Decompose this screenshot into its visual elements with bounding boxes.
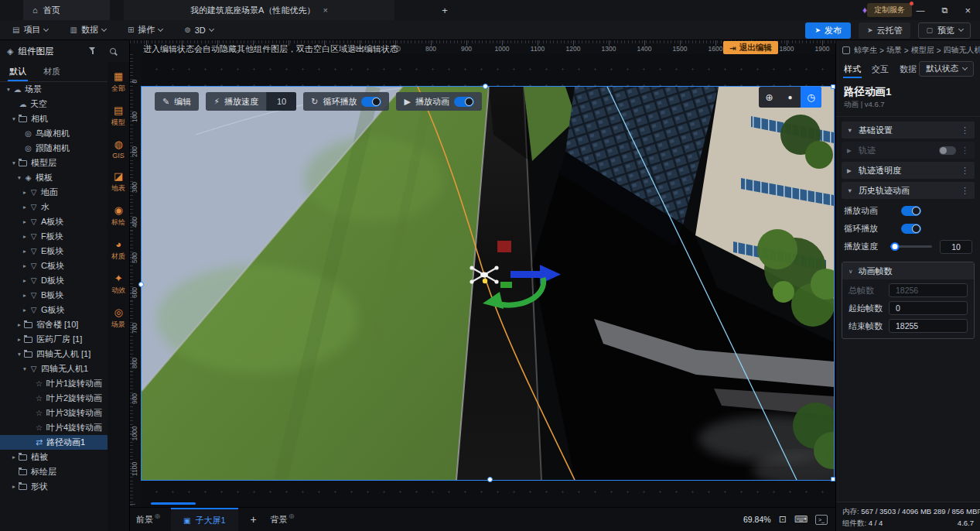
- foreground-label[interactable]: 前景 ◎: [136, 514, 160, 526]
- play-speed-input[interactable]: 10: [266, 92, 296, 111]
- tree-item-17[interactable]: ▸医药厂房 [1]: [0, 332, 108, 347]
- menu-item-1[interactable]: ▥数据: [70, 24, 105, 36]
- minimize-icon[interactable]: —: [917, 5, 925, 15]
- breadcrumb-segment[interactable]: 场景: [886, 45, 902, 56]
- category-材质[interactable]: ◕材质: [111, 239, 125, 262]
- tree-expander-icon[interactable]: ▾: [10, 159, 18, 166]
- start-frame-input[interactable]: 0: [889, 301, 968, 315]
- section-history-track-anim[interactable]: ▼ 历史轨迹动画 ⋮: [842, 182, 975, 199]
- state-selector[interactable]: 默认状态: [919, 61, 974, 77]
- menu-item-2[interactable]: ⊞操作: [128, 24, 162, 36]
- tree-item-0[interactable]: ▾☁场景: [0, 82, 108, 97]
- tree-item-6[interactable]: ▾◈模板: [0, 170, 108, 185]
- selection-handle-left[interactable]: [138, 282, 144, 287]
- layer-tab-0[interactable]: 默认: [9, 62, 26, 81]
- tree-item-15[interactable]: ▸▽G板块: [0, 303, 108, 317]
- tree-expander-icon[interactable]: ▸: [21, 204, 29, 211]
- frame-count-header[interactable]: ∨ 动画帧数: [842, 262, 974, 279]
- publish-button[interactable]: ➤ 发布: [805, 22, 851, 39]
- menu-item-0[interactable]: ▤项目: [12, 24, 48, 36]
- tree-expander-icon[interactable]: ▸: [21, 307, 29, 313]
- fit-screen-icon[interactable]: ⊡: [779, 514, 787, 525]
- category-全部[interactable]: ▦全部: [111, 71, 125, 94]
- tree-item-5[interactable]: ▾模型层: [0, 156, 108, 170]
- tree-item-13[interactable]: ▸▽D板块: [0, 273, 108, 288]
- add-screen-button[interactable]: +: [248, 513, 260, 526]
- section-track-opacity[interactable]: ▶ 轨迹透明度 ⋮: [842, 162, 975, 179]
- tab-scene[interactable]: 我的建筑底座场景A（性能优先） ×: [124, 0, 394, 20]
- tree-item-21[interactable]: ☆叶片2旋转动画: [0, 391, 108, 406]
- exit-edit-button[interactable]: ⇥ 退出编辑: [723, 41, 778, 54]
- selection-handle-bottom[interactable]: [487, 477, 493, 482]
- tree-expander-icon[interactable]: ▸: [15, 321, 23, 328]
- loop-play-toggle[interactable]: [361, 97, 381, 107]
- selection-handle-top[interactable]: [483, 84, 488, 89]
- custom-service-badge[interactable]: 定制服务: [867, 3, 912, 17]
- tree-item-11[interactable]: ▸▽E板块: [0, 244, 108, 259]
- loop-play-toggle[interactable]: [901, 224, 921, 234]
- section-basic-settings[interactable]: ▼ 基础设置 ⋮: [842, 122, 975, 139]
- selection-handle-top-right[interactable]: [831, 84, 835, 89]
- end-frame-input[interactable]: 18255: [889, 319, 968, 333]
- restore-icon[interactable]: ⧉: [942, 5, 948, 15]
- gizmo-rotate-button[interactable]: ◷: [801, 87, 821, 108]
- category-标绘[interactable]: ◉标绘: [111, 205, 125, 228]
- breadcrumb-segment[interactable]: 四轴无人机: [944, 45, 980, 56]
- tree-expander-icon[interactable]: ▾: [21, 365, 29, 372]
- edit-button[interactable]: ✎ 编辑: [155, 92, 199, 111]
- category-动效[interactable]: ✦动效: [111, 273, 125, 296]
- tree-expander-icon[interactable]: ▸: [21, 292, 29, 299]
- category-GIS[interactable]: ◍GIS: [112, 139, 125, 159]
- play-speed-slider[interactable]: [890, 245, 932, 248]
- tree-item-24[interactable]: ⇄路径动画1: [0, 435, 108, 450]
- tree-item-23[interactable]: ☆叶片4旋转动画: [0, 420, 108, 435]
- tree-expander-icon[interactable]: ▸: [21, 248, 29, 255]
- tree-item-16[interactable]: ▸宿舍楼 [10]: [0, 317, 108, 332]
- tree-item-3[interactable]: ◎鸟瞰相机: [0, 126, 108, 141]
- preview-button[interactable]: ▢ 预览: [918, 22, 971, 39]
- menu-item-3[interactable]: ⊚3D: [184, 24, 213, 36]
- tree-expander-icon[interactable]: ▾: [15, 174, 23, 181]
- tree-item-8[interactable]: ▸▽水: [0, 200, 108, 214]
- new-tab-button[interactable]: +: [438, 3, 452, 17]
- search-icon[interactable]: [110, 48, 116, 54]
- tree-item-22[interactable]: ☆叶片3旋转动画: [0, 406, 108, 420]
- editor-canvas[interactable]: ✎ 编辑 ⚡ 播放速度 10 ↻ 循环播放 ▶ 播: [142, 54, 835, 507]
- background-label[interactable]: 背景 ◎: [271, 514, 295, 526]
- tree-item-4[interactable]: ◎跟随相机: [0, 141, 108, 156]
- tree-expander-icon[interactable]: ▾: [15, 351, 23, 358]
- tree-expander-icon[interactable]: ▸: [21, 262, 29, 269]
- tree-item-7[interactable]: ▸▽地面: [0, 185, 108, 200]
- tree-item-12[interactable]: ▸▽C板块: [0, 259, 108, 273]
- tree-item-25[interactable]: ▸植被: [0, 450, 108, 464]
- tree-expander-icon[interactable]: ▸: [21, 189, 29, 196]
- breadcrumb-segment[interactable]: 模型层: [911, 45, 934, 56]
- layer-tab-1[interactable]: 材质: [43, 62, 60, 81]
- play-speed-input[interactable]: 10: [940, 240, 972, 254]
- tree-expander-icon[interactable]: ▸: [10, 454, 18, 461]
- category-地表[interactable]: ◪地表: [111, 171, 125, 194]
- cloud-host-button[interactable]: ➤ 云托管: [859, 22, 911, 39]
- play-speed-control[interactable]: ⚡ 播放速度 10: [206, 92, 296, 111]
- 3d-viewport[interactable]: ✎ 编辑 ⚡ 播放速度 10 ↻ 循环播放 ▶ 播: [142, 87, 834, 480]
- section-track[interactable]: ▶ 轨迹 ⋮: [842, 142, 975, 159]
- gizmo-scale-button[interactable]: ●: [780, 87, 801, 108]
- gizmo-move-button[interactable]: ⊕: [759, 87, 780, 108]
- tree-expander-icon[interactable]: ▾: [5, 86, 12, 93]
- tree-expander-icon[interactable]: ▾: [10, 115, 18, 122]
- tree-item-26[interactable]: 标绘层: [0, 464, 108, 479]
- tab-数据[interactable]: 数据: [900, 59, 917, 79]
- tree-expander-icon[interactable]: ▸: [21, 233, 29, 240]
- close-tab-icon[interactable]: ×: [323, 5, 327, 15]
- screen-tab-active[interactable]: ▣ 子大屏1: [171, 508, 238, 531]
- category-场景[interactable]: ◎场景: [111, 307, 125, 330]
- terminal-icon[interactable]: >_: [815, 515, 828, 525]
- category-模型[interactable]: ▤模型: [111, 105, 125, 128]
- tab-样式[interactable]: 样式: [844, 59, 861, 79]
- track-toggle-off[interactable]: [939, 146, 956, 155]
- tree-expander-icon[interactable]: ▸: [15, 336, 23, 343]
- tree-item-20[interactable]: ☆叶片1旋转动画: [0, 376, 108, 391]
- tab-home[interactable]: ⌂ 首页: [23, 0, 110, 20]
- tree-item-14[interactable]: ▸▽B板块: [0, 288, 108, 303]
- kebab-menu-icon[interactable]: ⋮: [961, 166, 969, 176]
